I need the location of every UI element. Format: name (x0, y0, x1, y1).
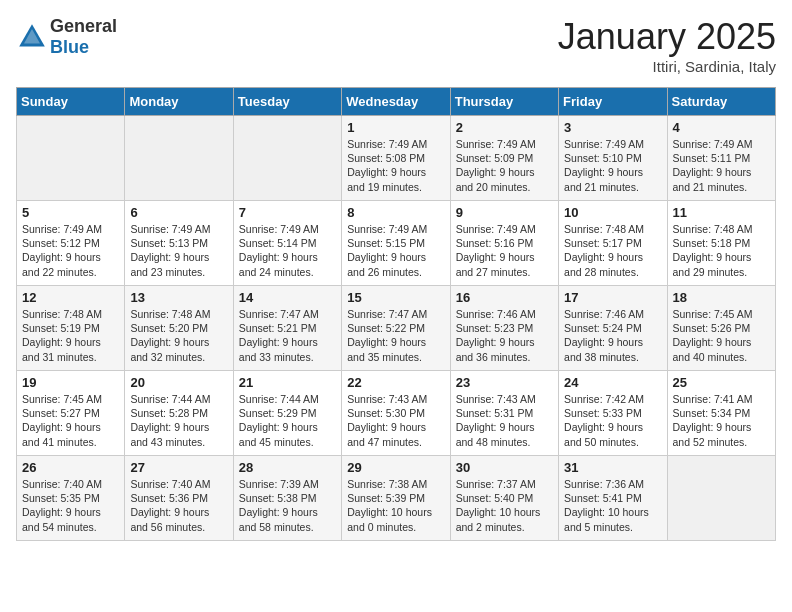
day-number: 10 (564, 205, 661, 220)
calendar-cell: 22Sunrise: 7:43 AM Sunset: 5:30 PM Dayli… (342, 371, 450, 456)
day-number: 31 (564, 460, 661, 475)
day-number: 24 (564, 375, 661, 390)
calendar-cell: 27Sunrise: 7:40 AM Sunset: 5:36 PM Dayli… (125, 456, 233, 541)
calendar-cell: 3Sunrise: 7:49 AM Sunset: 5:10 PM Daylig… (559, 116, 667, 201)
cell-content: Sunrise: 7:49 AM Sunset: 5:15 PM Dayligh… (347, 222, 444, 279)
cell-content: Sunrise: 7:49 AM Sunset: 5:16 PM Dayligh… (456, 222, 553, 279)
day-number: 16 (456, 290, 553, 305)
cell-content: Sunrise: 7:48 AM Sunset: 5:19 PM Dayligh… (22, 307, 119, 364)
calendar-table: SundayMondayTuesdayWednesdayThursdayFrid… (16, 87, 776, 541)
calendar-cell: 15Sunrise: 7:47 AM Sunset: 5:22 PM Dayli… (342, 286, 450, 371)
cell-content: Sunrise: 7:48 AM Sunset: 5:20 PM Dayligh… (130, 307, 227, 364)
calendar-week-row: 5Sunrise: 7:49 AM Sunset: 5:12 PM Daylig… (17, 201, 776, 286)
calendar-cell: 13Sunrise: 7:48 AM Sunset: 5:20 PM Dayli… (125, 286, 233, 371)
page-header: General Blue January 2025 Ittiri, Sardin… (16, 16, 776, 75)
calendar-cell: 9Sunrise: 7:49 AM Sunset: 5:16 PM Daylig… (450, 201, 558, 286)
cell-content: Sunrise: 7:48 AM Sunset: 5:17 PM Dayligh… (564, 222, 661, 279)
calendar-cell: 10Sunrise: 7:48 AM Sunset: 5:17 PM Dayli… (559, 201, 667, 286)
calendar-cell: 16Sunrise: 7:46 AM Sunset: 5:23 PM Dayli… (450, 286, 558, 371)
day-number: 14 (239, 290, 336, 305)
calendar-cell: 28Sunrise: 7:39 AM Sunset: 5:38 PM Dayli… (233, 456, 341, 541)
calendar-cell: 2Sunrise: 7:49 AM Sunset: 5:09 PM Daylig… (450, 116, 558, 201)
day-number: 20 (130, 375, 227, 390)
calendar-cell: 17Sunrise: 7:46 AM Sunset: 5:24 PM Dayli… (559, 286, 667, 371)
day-number: 12 (22, 290, 119, 305)
day-number: 15 (347, 290, 444, 305)
cell-content: Sunrise: 7:37 AM Sunset: 5:40 PM Dayligh… (456, 477, 553, 534)
day-number: 13 (130, 290, 227, 305)
cell-content: Sunrise: 7:43 AM Sunset: 5:30 PM Dayligh… (347, 392, 444, 449)
calendar-cell: 21Sunrise: 7:44 AM Sunset: 5:29 PM Dayli… (233, 371, 341, 456)
calendar-week-row: 1Sunrise: 7:49 AM Sunset: 5:08 PM Daylig… (17, 116, 776, 201)
calendar-cell: 18Sunrise: 7:45 AM Sunset: 5:26 PM Dayli… (667, 286, 775, 371)
day-number: 9 (456, 205, 553, 220)
calendar-header-cell: Saturday (667, 88, 775, 116)
calendar-header-cell: Tuesday (233, 88, 341, 116)
day-number: 6 (130, 205, 227, 220)
calendar-cell: 12Sunrise: 7:48 AM Sunset: 5:19 PM Dayli… (17, 286, 125, 371)
cell-content: Sunrise: 7:49 AM Sunset: 5:13 PM Dayligh… (130, 222, 227, 279)
day-number: 11 (673, 205, 770, 220)
cell-content: Sunrise: 7:36 AM Sunset: 5:41 PM Dayligh… (564, 477, 661, 534)
calendar-header-cell: Wednesday (342, 88, 450, 116)
day-number: 23 (456, 375, 553, 390)
cell-content: Sunrise: 7:38 AM Sunset: 5:39 PM Dayligh… (347, 477, 444, 534)
calendar-cell: 19Sunrise: 7:45 AM Sunset: 5:27 PM Dayli… (17, 371, 125, 456)
logo-icon (16, 21, 48, 53)
day-number: 7 (239, 205, 336, 220)
cell-content: Sunrise: 7:49 AM Sunset: 5:12 PM Dayligh… (22, 222, 119, 279)
day-number: 28 (239, 460, 336, 475)
calendar-header-cell: Sunday (17, 88, 125, 116)
cell-content: Sunrise: 7:45 AM Sunset: 5:26 PM Dayligh… (673, 307, 770, 364)
location: Ittiri, Sardinia, Italy (558, 58, 776, 75)
calendar-cell (125, 116, 233, 201)
day-number: 1 (347, 120, 444, 135)
cell-content: Sunrise: 7:48 AM Sunset: 5:18 PM Dayligh… (673, 222, 770, 279)
day-number: 8 (347, 205, 444, 220)
logo: General Blue (16, 16, 117, 58)
day-number: 26 (22, 460, 119, 475)
day-number: 27 (130, 460, 227, 475)
calendar-header-row: SundayMondayTuesdayWednesdayThursdayFrid… (17, 88, 776, 116)
cell-content: Sunrise: 7:49 AM Sunset: 5:10 PM Dayligh… (564, 137, 661, 194)
calendar-cell: 7Sunrise: 7:49 AM Sunset: 5:14 PM Daylig… (233, 201, 341, 286)
day-number: 5 (22, 205, 119, 220)
cell-content: Sunrise: 7:40 AM Sunset: 5:35 PM Dayligh… (22, 477, 119, 534)
day-number: 29 (347, 460, 444, 475)
day-number: 2 (456, 120, 553, 135)
month-title: January 2025 (558, 16, 776, 58)
logo-text-general: General (50, 16, 117, 36)
calendar-cell: 11Sunrise: 7:48 AM Sunset: 5:18 PM Dayli… (667, 201, 775, 286)
cell-content: Sunrise: 7:44 AM Sunset: 5:29 PM Dayligh… (239, 392, 336, 449)
calendar-cell: 31Sunrise: 7:36 AM Sunset: 5:41 PM Dayli… (559, 456, 667, 541)
calendar-week-row: 26Sunrise: 7:40 AM Sunset: 5:35 PM Dayli… (17, 456, 776, 541)
calendar-cell (17, 116, 125, 201)
day-number: 22 (347, 375, 444, 390)
cell-content: Sunrise: 7:42 AM Sunset: 5:33 PM Dayligh… (564, 392, 661, 449)
calendar-cell: 24Sunrise: 7:42 AM Sunset: 5:33 PM Dayli… (559, 371, 667, 456)
cell-content: Sunrise: 7:47 AM Sunset: 5:21 PM Dayligh… (239, 307, 336, 364)
cell-content: Sunrise: 7:49 AM Sunset: 5:14 PM Dayligh… (239, 222, 336, 279)
calendar-week-row: 19Sunrise: 7:45 AM Sunset: 5:27 PM Dayli… (17, 371, 776, 456)
cell-content: Sunrise: 7:43 AM Sunset: 5:31 PM Dayligh… (456, 392, 553, 449)
day-number: 30 (456, 460, 553, 475)
calendar-cell: 30Sunrise: 7:37 AM Sunset: 5:40 PM Dayli… (450, 456, 558, 541)
cell-content: Sunrise: 7:45 AM Sunset: 5:27 PM Dayligh… (22, 392, 119, 449)
calendar-cell: 8Sunrise: 7:49 AM Sunset: 5:15 PM Daylig… (342, 201, 450, 286)
calendar-header-cell: Thursday (450, 88, 558, 116)
calendar-header-cell: Monday (125, 88, 233, 116)
day-number: 25 (673, 375, 770, 390)
calendar-cell: 14Sunrise: 7:47 AM Sunset: 5:21 PM Dayli… (233, 286, 341, 371)
calendar-header-cell: Friday (559, 88, 667, 116)
cell-content: Sunrise: 7:46 AM Sunset: 5:23 PM Dayligh… (456, 307, 553, 364)
calendar-cell: 29Sunrise: 7:38 AM Sunset: 5:39 PM Dayli… (342, 456, 450, 541)
calendar-cell (233, 116, 341, 201)
calendar-cell: 23Sunrise: 7:43 AM Sunset: 5:31 PM Dayli… (450, 371, 558, 456)
logo-text-blue: Blue (50, 37, 89, 57)
title-block: January 2025 Ittiri, Sardinia, Italy (558, 16, 776, 75)
day-number: 17 (564, 290, 661, 305)
cell-content: Sunrise: 7:41 AM Sunset: 5:34 PM Dayligh… (673, 392, 770, 449)
cell-content: Sunrise: 7:49 AM Sunset: 5:08 PM Dayligh… (347, 137, 444, 194)
calendar-cell (667, 456, 775, 541)
calendar-week-row: 12Sunrise: 7:48 AM Sunset: 5:19 PM Dayli… (17, 286, 776, 371)
